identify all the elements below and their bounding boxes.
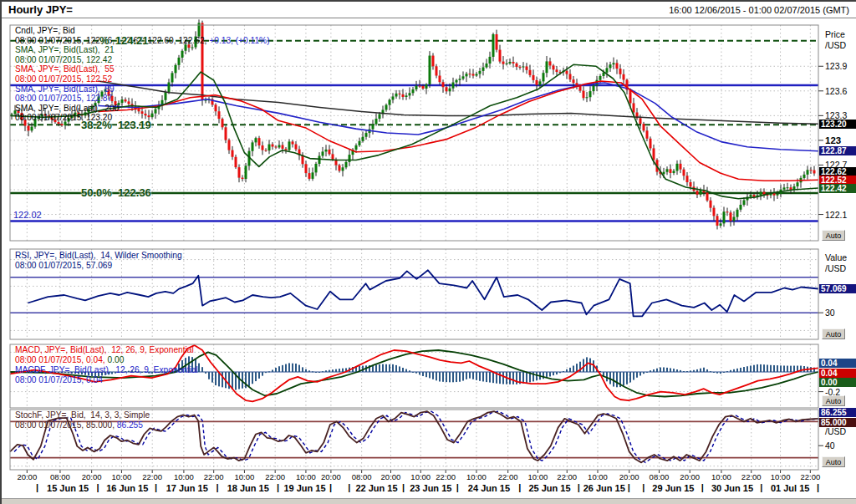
stoch-legend-text: StochF, JPY=, Bid, 14, 3, 3, Simple <box>15 410 150 420</box>
price-tick: 123.6 <box>825 86 847 96</box>
macd-badge: 0.04 <box>819 359 856 368</box>
main-legend-line: SMA, JPY=, Bid(Last), 200 <box>15 104 119 114</box>
time-axis-label: 08:00 <box>645 472 674 481</box>
chart-window: Hourly JPY= 16:00 12/06/2015 - 01:00 02/… <box>0 0 856 504</box>
time-axis-label: 20:00 <box>675 472 704 481</box>
date-axis-label: 15 Jun 15 <box>38 483 99 493</box>
support-level-label: 122.02 <box>13 210 42 220</box>
price-badge: 123.20 <box>819 120 856 129</box>
time-axis-label: 20:00 <box>78 472 106 481</box>
macd-legend-text: 08:00 01/07/2015, 0.04 <box>15 375 103 384</box>
price-tick: 123.9 <box>825 61 847 71</box>
rsi-badge: 57.069 <box>819 284 856 293</box>
time-axis-label: 22:00 <box>138 472 166 481</box>
price-axis-unit: /USD <box>825 40 846 50</box>
main-legend-line: 08:00 01/07/2015, 122.87 <box>15 94 112 104</box>
macd-legend-line: MACD, JPY=, Bid(Last), 12, 26, 9, Expone… <box>15 345 194 355</box>
stoch-badge: 86.255 <box>819 408 856 417</box>
main-legend-text: SMA, JPY=, Bid(Last), 200 <box>15 104 119 113</box>
time-axis-label: 08:00 <box>348 472 376 481</box>
stoch-legend-text: 86.255 <box>117 420 143 430</box>
main-legend-text: 08:00 01/07/2015, 122.52 <box>15 74 112 84</box>
time-axis-label: 10:00 <box>767 472 795 481</box>
main-legend-line: Cndl, JPY=, Bid <box>15 26 75 36</box>
time-axis-label: 22:00 <box>494 472 522 481</box>
stoch-badge: 85.000 <box>819 418 856 427</box>
rsi-tick: 30 <box>825 308 835 318</box>
time-axis-label: 22:00 <box>553 472 581 481</box>
time-axis-label: 10:00 <box>707 472 736 481</box>
macd-legend-text: 0.00 <box>107 355 124 364</box>
rsi-axis-label: Value <box>825 252 847 262</box>
time-axis-label: 10:00 <box>583 472 612 481</box>
main-legend-text: 08:00 01/07/2015, 122.87 <box>15 94 112 103</box>
date-axis-label: 17 Jun 15 <box>156 483 217 493</box>
macd-badge: 0.00 <box>819 378 856 387</box>
main-legend-line: 08:00 01/07/2015, 122.42 <box>15 55 112 65</box>
time-axis-label: 10:00 <box>523 472 552 481</box>
fib-level-label: 38.2% 123.19 <box>81 119 151 131</box>
date-axis-label: 25 Jun 15 <box>520 483 579 493</box>
date-axis-label: 22 Jun 15 <box>349 483 404 493</box>
main-legend-text: +0.13, (+0.11%) <box>209 36 269 45</box>
date-axis-label: 24 Jun 15 <box>458 483 520 493</box>
auto-scale-button-stoch[interactable]: Auto <box>822 456 845 467</box>
time-axis-label: 22:00 <box>737 472 766 481</box>
time-axis-label: 08:00 <box>46 472 74 481</box>
auto-scale-button-macd[interactable]: Auto <box>822 395 845 406</box>
time-axis-label: 22:00 <box>200 472 228 481</box>
time-axis-label: 20:00 <box>376 472 405 481</box>
auto-scale-button-rsi[interactable]: Auto <box>822 328 845 339</box>
price-badge: 122.42 <box>819 184 856 193</box>
macd-badge: 0.04 <box>819 369 856 378</box>
stoch-legend-line: StochF, JPY=, Bid, 14, 3, 3, Simple <box>15 410 150 420</box>
macd-legend-line: 08:00 01/07/2015, 0.04 <box>15 375 103 385</box>
macd-legend-text: 08:00 01/07/2015, 0.04, <box>15 355 107 364</box>
main-legend-text: 08:00 01/07/2015, 122.42 <box>15 55 112 64</box>
time-axis-label: 10:00 <box>462 472 491 481</box>
main-legend-text: Cndl, JPY=, Bid <box>15 26 75 35</box>
stoch-legend-line: 08:00 01/07/2015, 85.000, 86.255 <box>15 420 143 430</box>
stoch-legend-text: 08:00 01/07/2015, 85.000, <box>15 420 117 430</box>
rsi-legend-line: RSI, JPY=, Bid(Last), 14, Wilder Smoothi… <box>15 251 182 261</box>
auto-scale-button-main[interactable]: Auto <box>822 230 845 241</box>
rsi-legend-line: 08:00 01/07/2015, 57.069 <box>15 261 112 271</box>
price-tick: 122.1 <box>825 210 847 220</box>
main-legend-text: SMA, JPY=, Bid(Last), 89 <box>15 84 115 94</box>
time-axis-label: 10:00 <box>107 472 135 481</box>
price-badge: 122.87 <box>819 146 856 155</box>
date-axis-label: 18 Jun 15 <box>218 483 279 493</box>
time-axis-label: 10:00 <box>292 472 320 481</box>
price-tick: 123 <box>825 135 841 145</box>
time-axis-label: 20:00 <box>615 472 644 481</box>
time-axis-label: 10:00 <box>230 472 258 481</box>
macd-legend-line: MACDF, JPY=, Bid(Last), 12, 26, 9, Expon… <box>15 365 198 375</box>
fib-level-label: 50.0% 122.36 <box>81 186 151 199</box>
macd-legend-text: MACD, JPY=, Bid(Last), 12, 26, 9, Expone… <box>15 345 194 354</box>
time-axis-label: 10:00 <box>406 472 435 481</box>
date-axis-label: 16 Jun 15 <box>98 483 156 493</box>
date-axis-label: 26 Jun 15 <box>579 483 629 493</box>
time-axis-label: 22:00 <box>796 472 824 481</box>
stoch-tick: 40 <box>825 440 835 451</box>
price-axis-label: Price <box>825 29 845 39</box>
bottom-strip <box>2 498 856 504</box>
time-axis-label: 20:00 <box>317 472 345 481</box>
main-legend-line: 08:00 01/07/2015, 122.52 <box>15 74 112 84</box>
rsi-legend-text: RSI, JPY=, Bid(Last), 14, Wilder Smoothi… <box>15 251 182 260</box>
macd-legend-line: 08:00 01/07/2015, 0.04, 0.00 <box>15 355 124 365</box>
time-axis-label: 22:00 <box>431 472 460 481</box>
macd-legend-text: MACDF, JPY=, Bid(Last), 12, 26, 9, Expon… <box>15 365 198 374</box>
rsi-axis-unit: /USD <box>825 263 846 273</box>
rsi-legend-text: 08:00 01/07/2015, 57.069 <box>15 261 112 270</box>
time-axis-label: 20:00 <box>13 472 41 481</box>
main-legend-line: SMA, JPY=, Bid(Last), 55 <box>15 64 115 74</box>
date-axis-label: 01 Jul 15 <box>762 483 818 493</box>
time-axis-label: 22:00 <box>261 472 289 481</box>
date-axis-label: 30 Jun 15 <box>703 483 762 493</box>
main-legend-line: SMA, JPY=, Bid(Last), 89 <box>15 84 115 94</box>
time-axis-label: 10:00 <box>170 472 198 481</box>
stoch-axis-unit: /USD <box>825 426 846 436</box>
fib-level-label: % 124.21 <box>99 34 149 47</box>
date-axis-label: 23 Jun 15 <box>404 483 458 493</box>
